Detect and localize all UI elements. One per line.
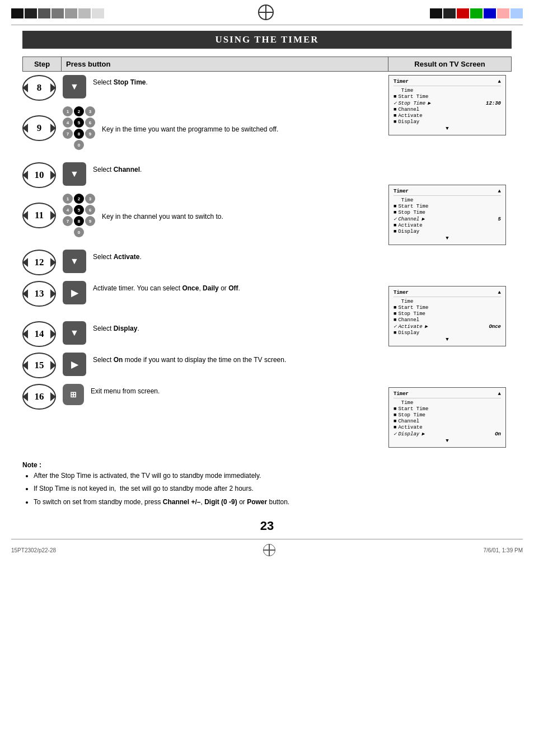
step-13-arrow-left xyxy=(22,289,28,298)
step-11-label: 11 xyxy=(35,210,44,221)
step-8-arrow-right xyxy=(50,83,56,92)
numpad-0: 0 xyxy=(74,140,84,150)
step-row-16: 16 ⊞ Exit menu from screen. xyxy=(22,384,377,412)
tv-4-bullet-activate: ■ xyxy=(394,425,396,430)
step-13-arrow-right xyxy=(50,289,56,298)
tv-2-row-time: Time xyxy=(394,198,501,203)
bar-seg-7 xyxy=(92,8,104,18)
footer-left: 15PT2302/p22-28 xyxy=(11,547,56,553)
tv-3-bullet-channel: ■ xyxy=(394,317,396,323)
tv-3-row-stoptime: ■ Stop Time xyxy=(394,311,501,317)
tv-4-arrow-down: ▼ xyxy=(394,438,501,444)
tv-screen-4-title: Timer ▲ xyxy=(394,391,501,398)
bar-seg-r1 xyxy=(430,8,442,18)
tv-3-label-channel: Channel xyxy=(398,317,419,323)
step-12-label: 12 xyxy=(35,257,44,268)
step-12-arrow-right xyxy=(50,258,56,267)
tv-3-row-channel: ■ Channel xyxy=(394,317,501,323)
tv-3-bullet-activate: ✓ xyxy=(394,323,396,330)
tv-1-label-starttime: Start Time xyxy=(398,94,428,100)
step-16-label: 16 xyxy=(35,391,44,402)
step-row-12: 12 ▼ Select Activate. xyxy=(22,250,377,278)
tv-4-label-time: Time xyxy=(401,400,414,406)
step-10-arrow-right xyxy=(50,171,56,180)
tv-4-label-channel: Channel xyxy=(398,419,419,424)
tv-3-label-stoptime: Stop Time xyxy=(398,311,425,317)
tv-2-bullet-stoptime: ■ xyxy=(394,210,396,215)
step-8-button: ▼ xyxy=(63,75,86,98)
step-16-arrow-left xyxy=(22,392,28,401)
tv-3-row-time: Time xyxy=(394,299,501,304)
step-10-description: Select Channel. xyxy=(93,162,377,175)
numpad-4: 4 xyxy=(63,118,73,128)
notes-title: Note : xyxy=(22,461,41,469)
tv-4-row-activate: ■ Activate xyxy=(394,425,501,430)
step-9-label: 9 xyxy=(37,123,42,134)
tv-2-bullet-starttime: ■ xyxy=(394,204,396,209)
tv-4-arrow-display: ▶ xyxy=(421,431,424,437)
tv-3-label-activate: Activate xyxy=(398,324,422,330)
tv-2-row-starttime: ■ Start Time xyxy=(394,204,501,209)
step-13-label: 13 xyxy=(35,288,44,299)
tv-4-bullet-channel: ■ xyxy=(394,419,396,424)
tv-3-value-activate: Once xyxy=(489,324,501,330)
step-11-arrow-left xyxy=(22,211,28,220)
step-15-description: Select On mode if you want to display th… xyxy=(93,353,377,365)
bar-seg-2 xyxy=(25,8,37,18)
step-row-8: 8 ▼ Select Stop Time. xyxy=(22,75,377,103)
notes-list: After the Stop Time is activated, the TV… xyxy=(34,471,512,508)
tv-3-row-starttime: ■ Start Time xyxy=(394,305,501,311)
tv-3-label-time: Time xyxy=(401,299,414,304)
tv-1-arrow-stoptime: ▶ xyxy=(428,100,430,106)
th-press: Press button xyxy=(62,57,388,72)
tv-1-label-time: Time xyxy=(401,88,414,93)
footer-crosshair xyxy=(263,544,277,557)
step-14-arrow-right xyxy=(50,330,56,339)
step-11-arrow-right xyxy=(50,211,56,220)
tv-4-row-starttime: ■ Start Time xyxy=(394,406,501,412)
menu-icon-symbol: ⊞ xyxy=(70,390,77,399)
step-15-arrow-right xyxy=(50,361,56,370)
tv-2-row-activate: ■ Activate xyxy=(394,223,501,228)
step-8-arrow-left xyxy=(22,83,28,92)
numpad-11-0: 0 xyxy=(74,227,84,237)
bar-seg-r4 xyxy=(470,8,483,18)
tv-4-bullet-starttime: ■ xyxy=(394,406,396,412)
footer-crosshair-lines xyxy=(263,544,275,556)
tv-4-row-display: ✓ Display ▶ On xyxy=(394,431,501,437)
footer-right: 7/6/01, 1:39 PM xyxy=(483,547,523,553)
tv-1-bullet-starttime: ■ xyxy=(394,94,396,100)
bar-seg-r5 xyxy=(484,8,496,18)
bar-seg-4 xyxy=(51,8,64,18)
step-13-description: Activate timer. You can select Once, Dai… xyxy=(93,281,377,293)
page-title-box: Using the Timer xyxy=(22,31,512,49)
step-10-arrow-left xyxy=(22,171,28,180)
numpad-5: 5 xyxy=(74,118,84,128)
tv-2-title-text: Timer xyxy=(394,189,409,194)
tv-1-label-display: Display xyxy=(398,119,419,125)
left-color-bar xyxy=(11,8,104,18)
numpad-11-8: 8 xyxy=(74,216,84,226)
tv-1-row-display: ■ Display xyxy=(394,119,501,125)
spacer-1 xyxy=(22,156,377,162)
tv-1-row-channel: ■ Channel xyxy=(394,107,501,112)
step-row-14: 14 ▼ Select Display. xyxy=(22,321,377,349)
tv-4-value-display: On xyxy=(495,431,501,437)
tv-screen-2: Timer ▲ Time ■ Start Time ■ Stop Time ✓ xyxy=(388,185,506,245)
tv-3-title-text: Timer xyxy=(394,290,409,295)
tv-3-row-activate: ✓ Activate ▶ Once xyxy=(394,323,501,330)
page-number: 23 xyxy=(0,519,534,533)
step-8-number: 8 xyxy=(22,75,56,101)
tv-spacer-2 xyxy=(388,250,512,286)
tv-spacer-3 xyxy=(388,351,512,387)
numpad-11-4: 4 xyxy=(63,205,73,215)
step-9-arrow-left xyxy=(22,124,28,133)
numpad-7: 7 xyxy=(63,129,73,139)
numpad-6: 6 xyxy=(85,118,95,128)
main-content: Using the Timer Step Press button Result… xyxy=(0,31,534,508)
tv-3-bullet-time xyxy=(394,299,400,304)
step-14-number: 14 xyxy=(22,321,56,347)
tv-1-value-stoptime: 12:30 xyxy=(486,101,501,106)
tv-3-bullet-starttime: ■ xyxy=(394,305,396,311)
tv-2-arrow-up: ▲ xyxy=(498,189,501,194)
